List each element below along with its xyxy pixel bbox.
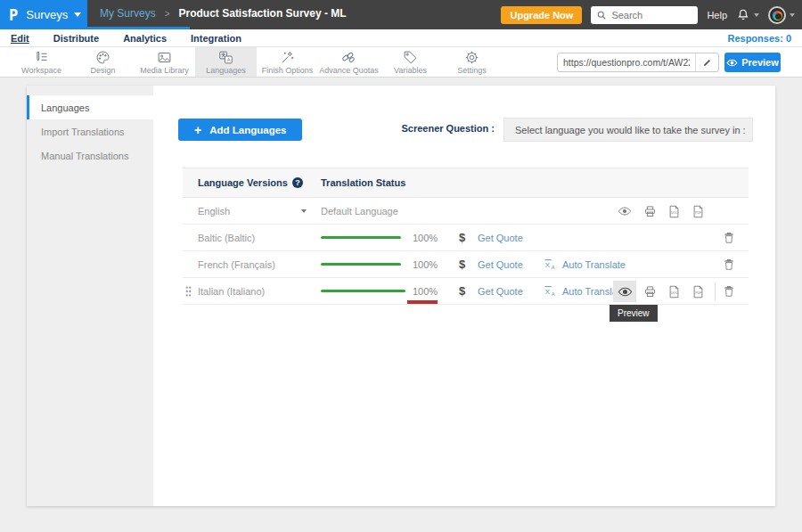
notifications-button[interactable] xyxy=(736,8,759,22)
toolbar-finish-options[interactable]: Finish Options xyxy=(257,47,318,77)
tab-integration[interactable]: Integration xyxy=(191,33,241,44)
get-quote-link[interactable]: Get Quote xyxy=(478,259,523,270)
download-pdf-button[interactable]: PDF xyxy=(689,282,707,300)
dollar-icon[interactable]: $ xyxy=(459,231,465,244)
table-row-english: English Default Language DOC PDF xyxy=(183,198,749,225)
get-quote-link[interactable]: Get Quote xyxy=(478,286,523,297)
translation-percent: 100% xyxy=(413,286,438,297)
breadcrumb-separator: > xyxy=(165,9,170,19)
icon-divider xyxy=(715,282,716,300)
chevron-down-icon xyxy=(754,13,759,17)
tab-edit[interactable]: Edit xyxy=(11,33,29,44)
svg-text:A: A xyxy=(227,57,231,62)
toolbar-settings[interactable]: Settings xyxy=(441,47,503,77)
account-menu[interactable] xyxy=(768,6,795,24)
toolbar-variables[interactable]: Variables xyxy=(380,47,441,77)
plus-icon: + xyxy=(194,123,201,137)
delete-language-button[interactable] xyxy=(720,256,738,274)
help-link[interactable]: Help xyxy=(707,10,727,20)
gear-icon xyxy=(464,50,479,65)
toolbar-advance-quotas[interactable]: Advance Quotas xyxy=(318,47,380,77)
toolbar-workspace[interactable]: Workspace xyxy=(11,47,72,77)
page-title: Product Satisfaction Survey - ML xyxy=(179,7,347,20)
image-icon xyxy=(157,50,172,65)
drag-handle-icon[interactable] xyxy=(184,285,192,299)
top-navbar: My Surveys > Product Satisfaction Survey… xyxy=(0,0,802,29)
toolbar-design[interactable]: Design xyxy=(72,47,134,77)
preview-tooltip: Preview xyxy=(610,305,658,322)
translation-progress-bar xyxy=(321,290,405,292)
product-menu-label: Surveys xyxy=(26,8,68,21)
help-icon[interactable]: ? xyxy=(292,177,303,188)
search-input[interactable] xyxy=(611,10,687,20)
edit-url-button[interactable] xyxy=(695,53,718,71)
survey-url-box xyxy=(557,53,719,72)
language-name: Italian (Italiano) xyxy=(198,286,265,297)
global-search[interactable] xyxy=(591,6,698,24)
toolbar-languages[interactable]: A Languages xyxy=(195,47,257,77)
screener-question-label: Screener Question : xyxy=(376,123,495,134)
survey-url-input[interactable] xyxy=(558,57,695,68)
tab-analytics[interactable]: Analytics xyxy=(123,33,167,44)
svg-text:PDF: PDF xyxy=(695,291,701,295)
svg-text:A: A xyxy=(552,265,555,270)
preview-button[interactable]: Preview xyxy=(724,53,781,72)
upgrade-now-button[interactable]: Upgrade Now xyxy=(501,6,582,24)
default-language-select[interactable]: English xyxy=(198,206,230,217)
language-name: French (Français) xyxy=(198,259,275,270)
chevron-down-icon[interactable] xyxy=(301,209,307,213)
svg-text:DOC: DOC xyxy=(670,291,677,295)
dollar-icon[interactable]: $ xyxy=(459,284,465,298)
default-language-status: Default Language xyxy=(321,206,398,217)
translation-percent: 100% xyxy=(413,233,438,243)
sidebar-item-import-translations[interactable]: Import Translations xyxy=(27,119,153,143)
breadcrumb-my-surveys[interactable]: My Surveys xyxy=(100,7,156,20)
delete-language-button[interactable] xyxy=(720,282,738,300)
table-row-french: French (Français) 100% $ Get Quote XA Au… xyxy=(183,251,749,278)
chevron-down-icon xyxy=(790,13,795,17)
auto-translate-link[interactable]: Auto Translate xyxy=(562,259,626,270)
sidebar-item-languages[interactable]: Languages xyxy=(27,95,153,119)
auto-translate-icon[interactable]: XA xyxy=(543,258,558,274)
preview-language-button[interactable] xyxy=(613,281,636,302)
tab-distribute[interactable]: Distribute xyxy=(53,33,99,44)
search-icon xyxy=(596,10,607,20)
avatar xyxy=(768,6,786,24)
svg-text:PDF: PDF xyxy=(695,211,701,215)
svg-text:DOC: DOC xyxy=(670,211,677,215)
tag-icon xyxy=(403,50,418,65)
palette-icon xyxy=(95,50,110,65)
chain-links-icon xyxy=(341,50,356,65)
col-translation-status: Translation Status xyxy=(321,177,405,188)
translation-progress-bar xyxy=(321,236,401,239)
svg-text:X: X xyxy=(545,288,551,296)
translate-icon: A xyxy=(218,50,233,65)
preview-language-button[interactable] xyxy=(616,202,634,220)
screener-question-select[interactable]: Select language you would like to take t… xyxy=(503,118,753,142)
add-languages-button[interactable]: + Add Languages xyxy=(178,119,302,141)
responses-count[interactable]: Responses: 0 xyxy=(727,33,791,44)
eye-icon xyxy=(726,57,738,69)
get-quote-link[interactable]: Get Quote xyxy=(478,233,523,243)
table-row-italian: Italian (Italiano) 100% $ Get Quote XA A… xyxy=(183,278,749,305)
table-row-baltic: Baltic (Baltic) 100% $ Get Quote xyxy=(183,225,749,251)
auto-translate-icon[interactable]: XA xyxy=(543,284,558,300)
download-pdf-button[interactable]: PDF xyxy=(689,202,707,220)
download-doc-button[interactable]: DOC xyxy=(665,282,683,300)
survey-tabs: Edit Distribute Analytics Integration Re… xyxy=(0,29,802,47)
svg-text:X: X xyxy=(545,261,551,269)
col-language-versions: Language Versions xyxy=(198,177,288,188)
print-button[interactable] xyxy=(641,202,659,220)
edit-toolbar: Workspace Design Media Library A Languag… xyxy=(0,47,802,78)
sidebar-item-manual-translations[interactable]: Manual Translations xyxy=(27,143,153,168)
breadcrumb: My Surveys > Product Satisfaction Survey… xyxy=(100,0,347,27)
delete-language-button[interactable] xyxy=(720,229,738,247)
print-button[interactable] xyxy=(641,282,659,300)
download-doc-button[interactable]: DOC xyxy=(665,202,683,220)
red-annotation-underline xyxy=(407,300,438,304)
toolbar-media-library[interactable]: Media Library xyxy=(134,47,195,77)
magic-wand-icon xyxy=(280,50,295,65)
dollar-icon[interactable]: $ xyxy=(459,258,465,271)
product-switcher[interactable]: P Surveys xyxy=(0,0,87,29)
bell-icon xyxy=(736,8,750,22)
